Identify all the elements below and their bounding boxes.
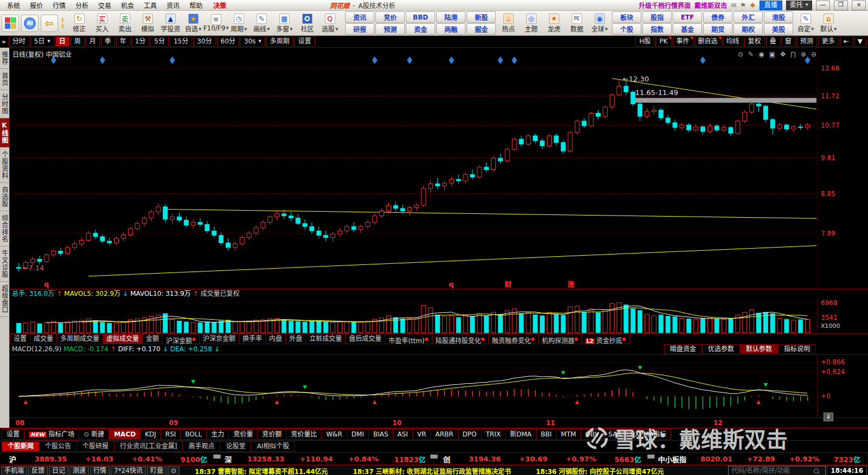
sidebar-item-K线图[interactable]: K线图 xyxy=(0,118,9,148)
period-周-button[interactable]: 周 xyxy=(71,36,85,47)
ticker-item[interactable]: 18:37 雷赛智能: 拟定增募资不超11.44亿元 xyxy=(195,466,328,475)
account-name[interactable]: 戴维斯双击 xyxy=(694,1,727,10)
chart-option-H股-button[interactable]: H股 xyxy=(635,36,654,47)
sidebar-item-推荐[interactable]: 推荐 xyxy=(0,48,9,69)
vol-tab-外盘[interactable]: 外盘 xyxy=(286,334,306,344)
order-button[interactable]: 委托 ▼ xyxy=(786,1,812,10)
status-测速-button[interactable]: 测速 xyxy=(69,466,89,475)
lock-icon[interactable]: ⋂ xyxy=(790,50,796,58)
vol-tab-多周期成交量[interactable]: 多周期成交量 xyxy=(57,334,103,344)
settings-icon[interactable]: ⊙ xyxy=(738,50,743,58)
toolbox-icon[interactable]: ▣ xyxy=(769,50,775,58)
indicator-tab-VR[interactable]: VR xyxy=(413,429,431,440)
zoom-in-icon[interactable]: ⊕ xyxy=(801,50,806,58)
toolbar-债券-button[interactable]: 债券 xyxy=(703,11,732,23)
vol-tab-市盈率(ttm)[interactable]: 市盈率(ttm)● xyxy=(385,334,432,344)
upgrade-link[interactable]: 升级千档行情界面 xyxy=(639,1,691,10)
vol-tab-盘后成交量[interactable]: 盘后成交量 xyxy=(346,334,385,344)
period-季-button[interactable]: 季 xyxy=(101,36,115,47)
skin-icon[interactable]: ❖ xyxy=(750,2,756,9)
indicator-tab-ASI[interactable]: ASI xyxy=(393,429,413,440)
page-down-button[interactable]: ⇩ xyxy=(60,23,65,29)
indicator-tab-BOLL[interactable]: BOLL xyxy=(181,429,207,440)
toolbar-globe-button[interactable]: ◉全球▼ xyxy=(589,12,610,35)
vol-tab-立桩成交量[interactable]: 立桩成交量 xyxy=(306,334,346,344)
menu-item[interactable]: 机会 xyxy=(116,1,139,10)
jump-to-latest-icon[interactable]: ⇤ xyxy=(840,36,853,47)
toolbar-预测-button[interactable]: 预测 xyxy=(375,23,405,35)
ai-assistant-button[interactable]: AI xyxy=(21,15,39,32)
toolbar-simulate-button[interactable]: ⚒模拟 xyxy=(137,12,158,35)
indicator-tab-OBV[interactable]: OBV xyxy=(581,429,604,440)
toolbar-竞价-button[interactable]: 竞价 xyxy=(375,11,405,23)
indicator-tab-竞价量比[interactable]: 竞价量比 xyxy=(286,429,322,440)
period-1分-button[interactable]: 1分 xyxy=(131,36,150,47)
macd-pane[interactable]: +0.866+0.624+0 xyxy=(10,354,868,417)
menu-item[interactable]: 系统 xyxy=(2,1,25,10)
indicator-create-button[interactable]: ⊙ 新建 xyxy=(79,429,109,440)
chart-option-事件-button[interactable]: 事件 xyxy=(673,36,693,47)
status-反馈-button[interactable]: 反馈 xyxy=(28,466,48,475)
status-行情-button[interactable]: 行情 xyxy=(90,466,110,475)
indicator-tab-DMI[interactable]: DMI xyxy=(347,429,369,440)
chart-option-PK-button[interactable]: PK xyxy=(655,36,671,47)
menu-item[interactable]: 分析 xyxy=(71,1,93,10)
toolbar-陆港-button[interactable]: 陆港 xyxy=(436,11,465,23)
vol-tab-沪深金额[interactable]: 沪深金额● xyxy=(163,334,200,344)
draw-icon[interactable]: ✎ xyxy=(748,50,754,58)
macd-暗盘资金-button[interactable]: 暗盘资金 xyxy=(664,344,702,354)
toolbar-研报-button[interactable]: 研报 xyxy=(345,23,374,35)
period-日-button[interactable]: 日 xyxy=(55,36,69,47)
sidebar-item-自选股[interactable]: 自选股 xyxy=(0,183,9,211)
indicator-tab-W&R[interactable]: W&R xyxy=(322,429,347,440)
indicator-tab-ARBR[interactable]: ARBR xyxy=(431,429,458,440)
toolbar-learn-button[interactable]: ▲学投资 xyxy=(159,12,181,35)
index-group-沪[interactable]: 沪3889.35+16.03+0.41%9100亿 xyxy=(0,453,217,465)
toolbar-资讯-button[interactable]: 资讯 xyxy=(345,11,374,23)
sidebar-item-综合排名[interactable]: 综合排名 xyxy=(0,211,9,246)
toolbar-custom-button[interactable]: ✎自定▼ xyxy=(795,12,816,35)
toolbar-dragon-button[interactable]: ✶龙虎 xyxy=(543,12,565,35)
toolbar-基金-button[interactable]: 基金 xyxy=(673,23,702,35)
stock-search-box[interactable] xyxy=(728,466,826,475)
kline-chart[interactable]: 12.6811.7210.779.818.857.8911.65-11.49qq… xyxy=(10,48,868,290)
toolbar-hot-button[interactable]: ♨热点 xyxy=(497,12,519,35)
menu-item[interactable]: 交易 xyxy=(93,1,116,10)
toolbar-draw-button[interactable]: ✎画线▼ xyxy=(251,12,272,35)
chart-option-叠-button[interactable]: 叠 xyxy=(766,36,780,47)
period-5日-button[interactable]: 5日 ▼ xyxy=(30,36,54,47)
vol-tab-虚拟成交量[interactable]: 虚拟成交量 xyxy=(103,334,143,344)
toolbar-pe-data-button[interactable]: PE数据 xyxy=(566,12,588,35)
period-多周期-button[interactable]: 多周期 xyxy=(266,36,293,47)
vol-tab-换手率[interactable]: 换手率 xyxy=(239,334,266,344)
toolbar-revise-button[interactable]: ↻修正 xyxy=(68,12,90,35)
live-button[interactable]: 直播 xyxy=(760,1,782,10)
toolbar-watchlist-button[interactable]: ★自选▼ xyxy=(182,12,204,35)
toolbar-板块-button[interactable]: 板块 xyxy=(612,11,641,23)
period-15分-button[interactable]: 15分 xyxy=(170,36,192,47)
toolbar-港股-button[interactable]: 港股 xyxy=(764,11,793,23)
menu-item[interactable]: 帮助 xyxy=(184,1,207,10)
status-手机端-button[interactable]: 手机端 xyxy=(1,466,27,475)
sidebar-item-牛叉诊股[interactable]: 牛叉诊股 xyxy=(0,246,9,282)
toolbar-掘金-button[interactable]: 掘金 xyxy=(467,23,496,35)
close-button[interactable]: × xyxy=(852,1,866,10)
ticker-item[interactable]: 18:37 三峡新材: 收到湖北证监局行政监管措施决定书 xyxy=(353,466,510,475)
notification-bell-icon[interactable]: ⚑ xyxy=(740,2,746,9)
page-up-button[interactable]: ⇧ xyxy=(60,17,65,23)
toolbar-股指-button[interactable]: 股指 xyxy=(642,11,672,23)
vol-tab-融资融券变化[interactable]: 融资融券变化● xyxy=(489,334,539,344)
indicator-tab-MTM[interactable]: MTM xyxy=(557,429,581,440)
toolbar-ETF-button[interactable]: ETF xyxy=(673,11,702,23)
menu-item[interactable]: 工具 xyxy=(139,1,162,10)
board-view-icon[interactable] xyxy=(2,15,19,32)
toolbar-theme-button[interactable]: ◎主题 xyxy=(520,12,542,35)
splitter-grip[interactable] xyxy=(213,454,221,459)
toolbar-buy-button[interactable]: 买买入 xyxy=(91,12,113,35)
ticker-item[interactable]: 18:36 河钢股份: 向控股子公司增资47亿元 xyxy=(536,466,664,475)
indicator-tab-竞价量[interactable]: 竞价量 xyxy=(229,429,258,440)
mail-icon[interactable]: ✉ xyxy=(731,2,736,9)
indicator-tab-KDJ[interactable]: KDJ xyxy=(141,429,161,440)
toolbar-sell-button[interactable]: 卖卖出 xyxy=(114,12,136,35)
splitter-grip[interactable] xyxy=(647,454,655,459)
